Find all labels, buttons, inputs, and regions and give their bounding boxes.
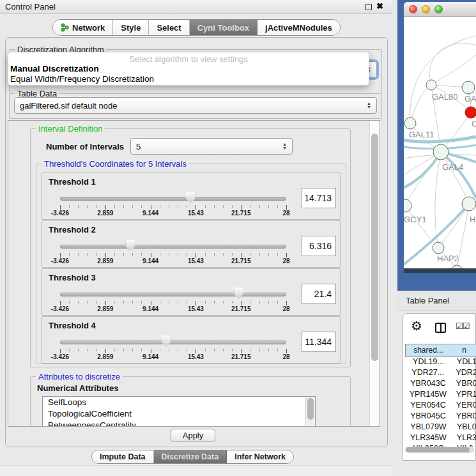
table-row[interactable]: YLR345WYLR3 — [405, 433, 476, 444]
table-row[interactable]: YBL079WYBL0 — [405, 422, 476, 433]
network-node[interactable] — [433, 242, 444, 254]
cell-shared-name[interactable]: YDR27... — [405, 368, 450, 379]
tick-mark — [223, 205, 224, 208]
network-window[interactable]: GAL80GACGAL11GAL4GCY1HHAP2 — [404, 2, 476, 268]
network-window-titlebar[interactable] — [404, 2, 476, 17]
number-of-intervals-combobox[interactable]: 5 ▲▼ — [130, 138, 293, 155]
tick-mark — [232, 349, 233, 351]
cell-shared-name[interactable]: YLR345W — [405, 433, 452, 444]
network-node[interactable] — [462, 81, 475, 94]
network-window-bottom-edge — [404, 268, 476, 273]
cell-shared-name[interactable]: YDL19... — [405, 357, 452, 368]
close-icon[interactable]: ✖ — [376, 1, 383, 11]
table-data-combobox[interactable]: galFiltered.sif default node ▲▼ — [14, 97, 377, 114]
threshold-4-value-field[interactable]: 11.344 — [302, 332, 336, 352]
network-canvas[interactable]: GAL80GACGAL11GAL4GCY1HHAP2 — [404, 17, 476, 268]
tick-mark — [196, 301, 196, 305]
tick-mark — [78, 349, 79, 351]
slider-ticks — [60, 205, 286, 210]
close-traffic-light-icon[interactable] — [409, 5, 417, 13]
attribute-list-item[interactable]: BetweennessCentrality — [43, 420, 315, 427]
threshold-1-value-field[interactable]: 14.713 — [302, 188, 336, 208]
table-row[interactable]: YPR145WYPR1 — [405, 390, 476, 401]
attributes-list-scrollbar[interactable] — [305, 397, 315, 427]
tick-mark — [69, 253, 70, 256]
gear-icon[interactable]: ⚙ — [411, 319, 422, 332]
column-layout-icon[interactable] — [435, 323, 446, 333]
column-header-name[interactable]: n — [451, 344, 476, 357]
tab-infer-network[interactable]: Infer Network — [227, 450, 293, 463]
threshold-2-slider-thumb[interactable] — [125, 240, 135, 251]
network-node[interactable] — [433, 144, 449, 160]
tick-mark — [205, 301, 206, 303]
table-row[interactable]: YBR043CYBR0 — [405, 379, 476, 390]
tick-mark — [114, 301, 115, 303]
numerical-attributes-list[interactable]: SelfLoopsTopologicalCoefficientBetweenne… — [42, 396, 316, 427]
threshold-2-value-field[interactable]: 6.316 — [302, 236, 336, 256]
attribute-list-item[interactable]: SelfLoops — [43, 397, 315, 408]
tick-mark — [78, 205, 79, 208]
tab-jactivemnodules[interactable]: jActiveMNodules — [257, 20, 340, 35]
tick-mark — [96, 349, 97, 351]
cell-shared-name[interactable]: YBR043C — [405, 379, 451, 390]
attributes-group: Attributes to discretize Numerical Attri… — [30, 376, 351, 427]
tab-discretize-data[interactable]: Discretize Data — [154, 450, 227, 463]
minimize-traffic-light-icon[interactable] — [422, 5, 430, 13]
table-row[interactable]: YER054CYER0 — [405, 401, 476, 411]
apply-button[interactable]: Apply — [171, 429, 215, 442]
cell-name[interactable]: YDR2 — [450, 368, 476, 379]
scrollbar-thumb[interactable] — [371, 134, 378, 361]
cell-name[interactable]: YPR1 — [451, 390, 476, 401]
tick-mark — [132, 253, 133, 256]
cell-name[interactable]: YBR0 — [451, 379, 476, 390]
cell-name[interactable]: YDL1 — [452, 357, 476, 368]
scrollbar-thumb[interactable] — [307, 398, 314, 420]
threshold-3-value-field[interactable]: 21.4 — [302, 284, 336, 304]
cell-name[interactable]: YBL0 — [452, 422, 476, 433]
network-node[interactable] — [426, 80, 436, 90]
threshold-4-slider-thumb[interactable] — [162, 335, 171, 347]
settings-vertical-scrollbar[interactable] — [369, 121, 380, 426]
threshold-1-slider-thumb[interactable] — [186, 192, 196, 203]
network-node[interactable] — [404, 199, 411, 212]
tab-style[interactable]: Style — [113, 20, 149, 35]
tick-mark — [178, 349, 178, 351]
table-data-combobox-value: galFiltered.sif default node — [20, 101, 117, 111]
tab-select[interactable]: Select — [149, 20, 189, 35]
dropdown-option-equal-width-frequency[interactable]: Equal Width/Frequency Discretization — [8, 74, 369, 84]
cell-name[interactable]: YER0 — [451, 401, 476, 411]
attribute-list-item[interactable]: TopologicalCoefficient — [43, 408, 315, 420]
table-horizontal-scrollbar[interactable] — [405, 447, 474, 453]
cell-shared-name[interactable]: YBL079W — [405, 422, 452, 433]
network-view-frame: GAL80GACGAL11GAL4GCY1HHAP2 — [397, 0, 476, 291]
tab-impute-data[interactable]: Impute Data — [92, 450, 154, 463]
cell-shared-name[interactable]: YBR045C — [405, 411, 451, 422]
table-row[interactable]: YDL19...YDL1 — [405, 357, 476, 368]
cell-shared-name[interactable]: YPR145W — [405, 390, 451, 401]
tab-cyni-toolbox[interactable]: Cyni Toolbox — [190, 20, 257, 35]
tick-mark — [87, 205, 88, 208]
network-node[interactable] — [404, 118, 416, 129]
float-window-icon[interactable] — [365, 4, 372, 10]
table-row[interactable]: YBR045CYBR0 — [405, 411, 476, 422]
tick-mark — [268, 301, 269, 303]
cell-name[interactable]: YLR3 — [452, 433, 476, 444]
tick-mark — [214, 205, 215, 208]
network-node[interactable] — [465, 107, 476, 118]
tick-mark — [241, 301, 242, 305]
cell-name[interactable]: YBR0 — [451, 411, 476, 422]
zoom-traffic-light-icon[interactable] — [434, 5, 443, 13]
tick-mark — [214, 349, 215, 351]
tick-mark — [123, 349, 124, 351]
threshold-3-slider-thumb[interactable] — [234, 288, 243, 299]
tab-network[interactable]: Network — [53, 20, 113, 35]
column-header-shared-name[interactable]: shared... — [405, 344, 452, 357]
table-row[interactable]: YDR27...YDR2 — [405, 368, 476, 379]
checkbox-icons[interactable]: ☑☑ — [456, 321, 469, 331]
tick-mark — [286, 253, 287, 257]
network-node[interactable] — [462, 197, 476, 211]
network-nodes[interactable] — [404, 80, 476, 268]
dropdown-option-manual-discretization[interactable]: Manual Discretization — [8, 64, 369, 74]
scrollbar-thumb[interactable] — [406, 447, 470, 452]
cell-shared-name[interactable]: YER054C — [405, 401, 451, 411]
